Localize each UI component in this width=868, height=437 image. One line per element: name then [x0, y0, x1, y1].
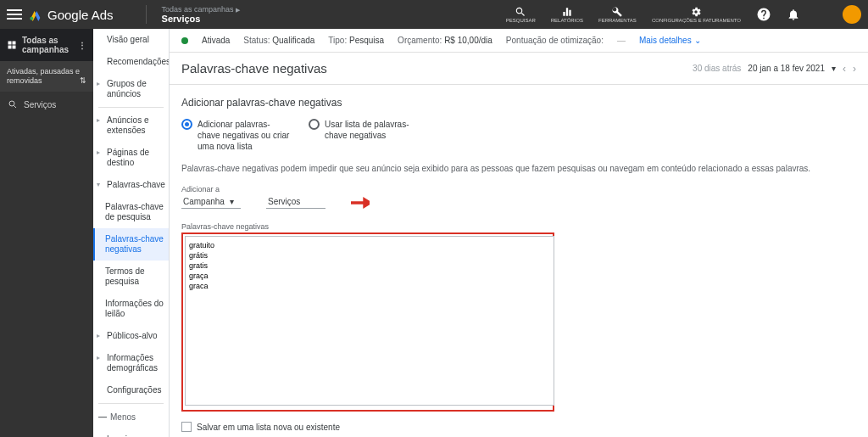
status-active: Ativada — [202, 36, 230, 45]
info-text: Palavras-chave negativas podem impedir q… — [181, 164, 856, 173]
filter-icon: ⇅ — [80, 76, 86, 86]
sidebar-grupos-anuncios[interactable]: ▸Grupos de anúncios — [93, 73, 169, 105]
search-icon[interactable]: PESQUISAR — [506, 6, 536, 23]
nav-all-campaigns[interactable]: Todas as campanhas ⋮ — [0, 29, 93, 61]
sidebar-locais[interactable]: ▸Locais+ — [93, 429, 169, 437]
addto-dropdown[interactable]: Campanha▾ — [181, 195, 241, 209]
product-name: Google Ads — [47, 8, 114, 22]
google-ads-icon — [29, 8, 42, 21]
svg-point-1 — [9, 101, 14, 106]
product-logo[interactable]: Google Ads — [29, 8, 114, 22]
save-list-label: Salvar em uma lista nova ou existente — [197, 423, 340, 432]
sidebar-configuracoes[interactable]: Configurações — [93, 379, 169, 401]
avatar[interactable] — [843, 5, 861, 24]
chevron-down-icon: ⌄ — [694, 36, 701, 45]
sidebar-publicos-alvo[interactable]: ▸Públicos-alvo — [93, 325, 169, 347]
sidebar-visao-geral[interactable]: Visão geral — [93, 29, 169, 51]
more-details-link[interactable]: Mais detalhes ⌄ — [639, 36, 701, 45]
sidebar-info-demograficas[interactable]: ▸Informações demográficas — [93, 347, 169, 379]
chevron-right-icon: ▸ — [97, 354, 103, 361]
status-dot-icon — [181, 37, 188, 44]
annotation-arrow — [351, 197, 370, 209]
chevron-right-icon: ▸ — [97, 80, 103, 87]
save-list-checkbox[interactable] — [181, 422, 192, 432]
radio-icon — [181, 119, 192, 130]
addto-label: Adicionar a — [181, 185, 241, 193]
form-heading: Adicionar palavras-chave negativas — [181, 97, 856, 109]
textarea-label: Palavras-chave negativas — [181, 222, 856, 231]
chevron-down-icon: ▾ — [832, 64, 836, 73]
bell-icon[interactable] — [787, 8, 800, 21]
more-icon[interactable]: ⋮ — [78, 41, 86, 50]
breadcrumb[interactable]: Todas as campanhas ▶ Serviços — [146, 5, 241, 24]
date-range-picker[interactable]: 30 dias atrás 20 jan a 18 fev 2021 ▾ ‹ › — [693, 63, 856, 75]
reports-icon[interactable]: RELATÓRIOS — [551, 6, 583, 23]
sidebar-termos-pesquisa[interactable]: Termos de pesquisa — [93, 261, 169, 293]
help-icon[interactable] — [756, 7, 771, 22]
sidebar-info-leilao[interactable]: Informações do leilão — [93, 293, 169, 325]
radio-add-keywords[interactable]: Adicionar palavras-chave negativas ou cr… — [181, 119, 292, 152]
campaign-selector[interactable]: Serviços — [266, 195, 326, 209]
campaign-status-bar: Ativada Status: Qualificada Tipo: Pesqui… — [170, 29, 868, 53]
negative-keywords-input[interactable] — [185, 236, 554, 406]
prev-period-button[interactable]: ‹ — [843, 63, 846, 75]
sidebar-anuncios-extensoes[interactable]: ▸Anúncios e extensões — [93, 109, 169, 142]
sidebar-paginas-destino[interactable]: ▸Páginas de destino — [93, 142, 169, 174]
sidebar-pc-negativas[interactable]: Palavras-chave negativas — [93, 228, 169, 261]
chevron-right-icon: ▸ — [97, 116, 103, 124]
menu-icon[interactable] — [7, 9, 22, 20]
page-title: Palavras-chave negativas — [181, 61, 327, 76]
grid-icon — [7, 39, 17, 51]
radio-use-list[interactable]: Usar lista de palavras-chave negativas — [309, 119, 419, 152]
nav-filter-status[interactable]: Ativadas, pausadas e removidas ⇅ — [0, 61, 93, 92]
nav-campaign-servicos[interactable]: Serviços — [0, 92, 93, 117]
chevron-right-icon: ▸ — [97, 148, 103, 156]
sidebar-palavras-chave[interactable]: ▾Palavras-chave — [93, 174, 169, 196]
radio-icon — [309, 119, 320, 130]
chevron-down-icon: ▾ — [97, 181, 103, 188]
tools-icon[interactable]: FERRAMENTAS — [598, 6, 637, 23]
sidebar-menos[interactable]: —Menos — [93, 406, 169, 429]
sidebar-pc-pesquisa[interactable]: Palavras-chave de pesquisa — [93, 196, 169, 228]
sidebar-recomendacoes[interactable]: Recomendações — [93, 51, 169, 73]
next-period-button[interactable]: › — [853, 63, 856, 75]
search-campaign-icon — [7, 98, 19, 110]
chevron-right-icon: ▸ — [97, 332, 103, 339]
chevron-down-icon: ▾ — [230, 197, 234, 206]
settings-icon[interactable]: CONFIGURAÇÕES E FATURAMENTO — [652, 6, 741, 23]
svg-point-0 — [30, 17, 33, 20]
